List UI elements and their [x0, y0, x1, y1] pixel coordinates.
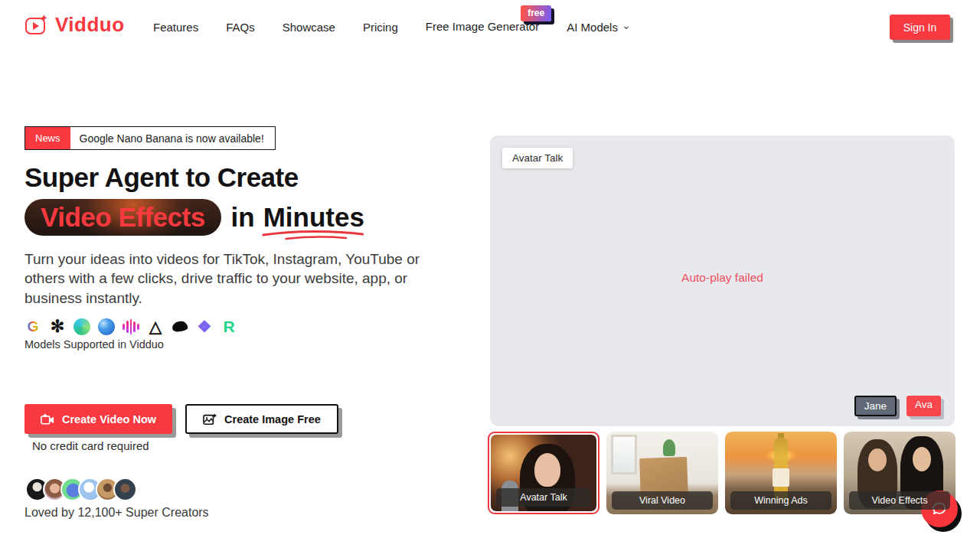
hero-title-underlined: Minutes	[263, 202, 364, 233]
autoplay-failed-status: Auto-play failed	[490, 271, 955, 285]
nav-item-pricing[interactable]: Pricing	[363, 21, 398, 34]
knot-icon: ❖	[196, 318, 213, 335]
thumbnail-label: Winning Ads	[730, 491, 831, 510]
models-caption: Models Supported in Vidduo	[24, 338, 164, 350]
video-preview-panel[interactable]: Avatar Talk Auto-play failed Jane Ava	[490, 135, 955, 426]
blue-swirl-icon	[98, 318, 115, 335]
play-square-icon: ✦	[25, 15, 48, 35]
showcase-thumbnails: Avatar Talk Viral Video Winning Ads Vide…	[488, 432, 956, 514]
waveform-icon	[122, 318, 139, 335]
create-video-button[interactable]: Create Video Now	[24, 404, 172, 434]
creator-avatars	[25, 478, 137, 501]
loved-by-text: Loved by 12,100+ Super Creators	[24, 506, 209, 520]
google-icon: G	[24, 318, 41, 335]
thumbnail-label: Video Effects	[849, 491, 950, 510]
nav-item-showcase[interactable]: Showcase	[283, 21, 335, 34]
hero-title-line1: Super Agent to Create	[24, 162, 299, 193]
thumbnail-label: Avatar Talk	[496, 488, 591, 507]
openai-icon: ✻	[49, 318, 66, 335]
landing-page: ✦ Vidduo Features FAQs Showcase Pricing …	[0, 0, 980, 551]
news-banner[interactable]: News Google Nano Banana is now available…	[24, 126, 276, 150]
image-plus-icon	[203, 413, 217, 425]
free-badge: free	[521, 5, 551, 21]
news-badge: News	[25, 127, 70, 149]
red-underline-squiggle-icon	[260, 230, 366, 242]
thumbnail-avatar-talk[interactable]: Avatar Talk	[488, 432, 599, 514]
create-image-button[interactable]: Create Image Free	[185, 404, 338, 434]
hero-description: Turn your ideas into videos for TikTok, …	[24, 249, 447, 308]
teal-swirl-icon	[74, 318, 90, 335]
brand-name: Vidduo	[55, 13, 125, 37]
preview-category-tag: Avatar Talk	[502, 148, 573, 168]
sparkle-icon: ✦	[40, 13, 48, 23]
triangle-model-icon: △	[147, 318, 164, 335]
sign-in-button[interactable]: Sign In	[890, 15, 950, 40]
brand-logo[interactable]: ✦ Vidduo	[25, 13, 125, 37]
thumbnail-viral-video[interactable]: Viral Video	[606, 432, 718, 514]
speaker-badge-ava[interactable]: Ava	[906, 396, 941, 416]
news-text: Google Nano Banana is now available!	[80, 132, 264, 145]
nav-links: Features FAQs Showcase Pricing Free Imag…	[153, 0, 631, 54]
speaker-badges: Jane Ava	[854, 396, 941, 416]
hero-title-connector: in	[231, 202, 255, 233]
thumbnail-video-effects[interactable]: Video Effects	[844, 432, 956, 514]
cta-row: Create Video Now Create Image Free	[24, 404, 338, 434]
rabbit-icon	[172, 318, 188, 335]
top-navigation-bar: ✦ Vidduo Features FAQs Showcase Pricing …	[0, 0, 980, 54]
nav-item-features[interactable]: Features	[153, 21, 198, 34]
video-camera-icon	[41, 413, 54, 425]
avatar	[113, 478, 137, 501]
hero-title-highlight-pill: Video Effects	[24, 199, 221, 236]
nav-item-faqs[interactable]: FAQs	[226, 21, 255, 34]
r-letter-icon: R	[220, 318, 237, 335]
thumbnail-winning-ads[interactable]: Winning Ads	[725, 432, 837, 514]
hero-title-line2: Video Effects in Minutes	[24, 199, 364, 236]
thumbnail-label: Viral Video	[612, 491, 713, 510]
nav-item-free-image-generator[interactable]: Free Image Generator	[426, 20, 539, 33]
no-credit-note: No credit card required	[32, 439, 149, 452]
hero-title-highlight: Video Effects	[41, 202, 205, 233]
supported-models-row: G ✻ △ ❖ R	[24, 318, 237, 335]
speaker-badge-jane[interactable]: Jane	[854, 396, 897, 416]
chevron-down-icon: ⌄	[622, 23, 631, 28]
nav-item-ai-models[interactable]: AI Models ⌄	[567, 21, 630, 34]
